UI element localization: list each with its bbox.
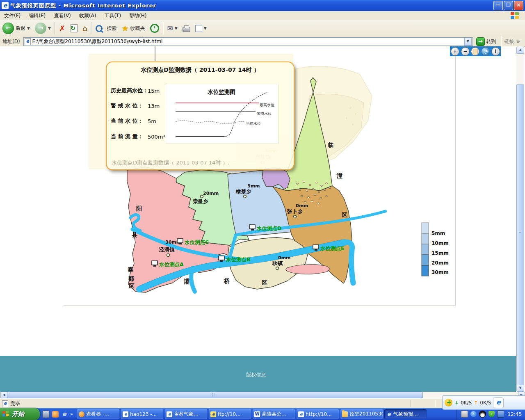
horizontal-scroll-thumb[interactable]: |||	[7, 392, 423, 398]
download-speed: 0K/S	[461, 400, 472, 406]
vertical-scroll-thumb[interactable]: ≡	[516, 84, 524, 386]
scroll-up-icon[interactable]: ▲	[516, 47, 524, 54]
task-rural-weather[interactable]: e 乡村气象...	[165, 409, 207, 419]
max-level-label: 最高水位	[259, 103, 274, 107]
scroll-left-icon[interactable]: ◀	[0, 392, 7, 398]
mail-icon: ✉	[167, 24, 173, 32]
task-viewer[interactable]: 查看器 -...	[77, 409, 119, 419]
links-chevron-icon[interactable]: »	[516, 39, 523, 44]
forward-dropdown-icon[interactable]: ▼	[48, 26, 51, 30]
field-label-history-max: 历史最高水位：	[111, 87, 148, 94]
district-char: 秦	[128, 266, 134, 273]
quick-launch-app-icon[interactable]	[52, 411, 59, 418]
viewer-icon	[79, 411, 84, 417]
vertical-scrollbar[interactable]: ▲ ≡ ▼	[516, 46, 524, 392]
task-gaoling-doc[interactable]: W 高陵县公...	[253, 409, 295, 419]
keyboard-tray-icon[interactable]	[461, 411, 468, 418]
svg-text:崇皇乡: 崇皇乡	[193, 198, 208, 204]
quick-launch-ie-icon[interactable]: e	[61, 411, 68, 418]
window-title: 气象预报页面原型 - Microsoft Internet Explorer	[10, 2, 156, 9]
word-icon: W	[254, 411, 260, 417]
favorites-button[interactable]: ★ 收藏夹	[119, 21, 147, 35]
svg-text:水位测点C: 水位测点C	[184, 239, 209, 245]
minimize-button[interactable]: —	[493, 1, 503, 10]
ie-toolbar: ← 后退 ▼ → ▼ ✗ ↻ ⌂ 搜索 ★ 收藏夹 ✉ ▼	[0, 20, 525, 37]
qq-tray-icon[interactable]	[479, 411, 486, 418]
popup-title: 水位测点D监测数据（ 2011-03-07 14时 ）	[107, 66, 294, 74]
net-speed-widget[interactable]: ↓ 0K/S ↑ 0K/S e	[442, 395, 525, 410]
favorites-star-icon: ★	[121, 24, 128, 33]
menu-edit[interactable]: 编辑(E)	[25, 12, 50, 19]
links-label[interactable]: 链接	[503, 38, 516, 45]
search-label: 搜索	[107, 25, 116, 32]
clock[interactable]: 12:45	[507, 411, 522, 417]
ie-shortcut-icon[interactable]: e	[493, 397, 504, 408]
refresh-button[interactable]: ↻	[68, 21, 80, 35]
current-level-label: 当前水位	[246, 121, 261, 126]
task-hao123[interactable]: e hao123 -...	[121, 409, 163, 419]
district-char: 县	[132, 231, 137, 238]
go-button[interactable]: → 转到	[473, 37, 500, 46]
info-icon[interactable]: i	[491, 47, 500, 56]
rainfall-legend: 5mm 10mm 15mm 20mm 30mm	[422, 223, 449, 276]
forward-button[interactable]: → ▼	[32, 21, 53, 35]
svg-text:水位测点E: 水位测点E	[320, 245, 345, 251]
stop-button[interactable]: ✗	[57, 21, 68, 35]
print-icon	[183, 27, 190, 32]
edit-dropdown-icon[interactable]: ▼	[204, 26, 207, 30]
task-ftp[interactable]: e ftp://10...	[209, 409, 251, 419]
district-char: 桥	[224, 278, 230, 284]
security-shield-icon[interactable]: ✓	[488, 411, 495, 417]
full-extent-icon[interactable]: ◔	[481, 47, 490, 56]
menu-favorites[interactable]: 收藏(A)	[75, 12, 100, 19]
search-button[interactable]: 搜索	[93, 21, 119, 35]
address-input[interactable]: e E:\气象台\原型20110530\原型20110530\swyb-list…	[23, 37, 473, 46]
start-button[interactable]: 开始	[0, 408, 40, 420]
edit-button[interactable]: ▼	[193, 21, 209, 35]
district-char: 灞	[183, 278, 189, 285]
menu-view[interactable]: 查看(V)	[50, 12, 75, 19]
menu-tools[interactable]: 工具(T)	[100, 12, 125, 19]
history-button[interactable]	[148, 21, 162, 35]
quick-launch-chevron-icon[interactable]: »	[70, 411, 73, 417]
taskbar: 开始 e » 查看器 -... e hao123 -... e 乡村气象... …	[0, 408, 525, 420]
network-tray-icon[interactable]	[497, 411, 504, 418]
home-button[interactable]: ⌂	[80, 21, 90, 35]
print-button[interactable]	[180, 21, 193, 35]
360-safe-icon[interactable]	[445, 399, 452, 406]
legend-label: 10mm	[431, 240, 449, 246]
field-value-history-max: 15m	[148, 88, 160, 94]
back-dropdown-icon[interactable]: ▼	[27, 26, 30, 30]
svg-text:水位测点D: 水位测点D	[256, 225, 281, 231]
map-toolbar: + − ◔ i	[450, 46, 501, 56]
task-folder-prototype[interactable]: 原型20110530	[340, 409, 383, 419]
collapse-tray-icon[interactable]: ‹	[470, 411, 477, 417]
menu-file[interactable]: 文件(F)	[0, 12, 25, 19]
menu-help[interactable]: 帮助(H)	[125, 12, 151, 19]
mail-button[interactable]: ✉ ▼	[165, 21, 180, 35]
pan-icon[interactable]	[471, 47, 479, 56]
zoom-in-icon[interactable]: +	[451, 47, 459, 56]
menu-bar: 文件(F) 编辑(E) 查看(V) 收藏(A) 工具(T) 帮助(H)	[0, 11, 525, 21]
back-icon: ←	[2, 23, 14, 34]
field-label-current-flow: 当 前 流 量：	[111, 133, 143, 140]
task-weather-forecast-active[interactable]: e 气象预报...	[384, 409, 427, 419]
address-dropdown-icon[interactable]: ▼	[464, 38, 472, 46]
svg-text:20mm: 20mm	[203, 191, 219, 196]
close-button[interactable]: ×	[514, 1, 523, 10]
toolbar-separator	[163, 22, 164, 34]
quick-launch-device-icon[interactable]	[42, 411, 50, 418]
edit-icon	[195, 25, 202, 32]
refresh-icon: ↻	[71, 24, 78, 32]
district-char: 区	[262, 279, 267, 286]
history-icon	[150, 24, 159, 33]
restore-button[interactable]: ❐	[504, 1, 513, 10]
task-http[interactable]: e http://10...	[297, 409, 339, 419]
folder-icon	[342, 411, 348, 417]
scroll-down-icon[interactable]: ▼	[516, 385, 524, 392]
district-char: 区	[342, 212, 347, 218]
back-button[interactable]: ← 后退 ▼	[0, 21, 32, 35]
mail-dropdown-icon[interactable]: ▼	[175, 26, 178, 30]
ftp-icon: e	[210, 411, 216, 417]
zoom-out-icon[interactable]: −	[461, 47, 470, 56]
